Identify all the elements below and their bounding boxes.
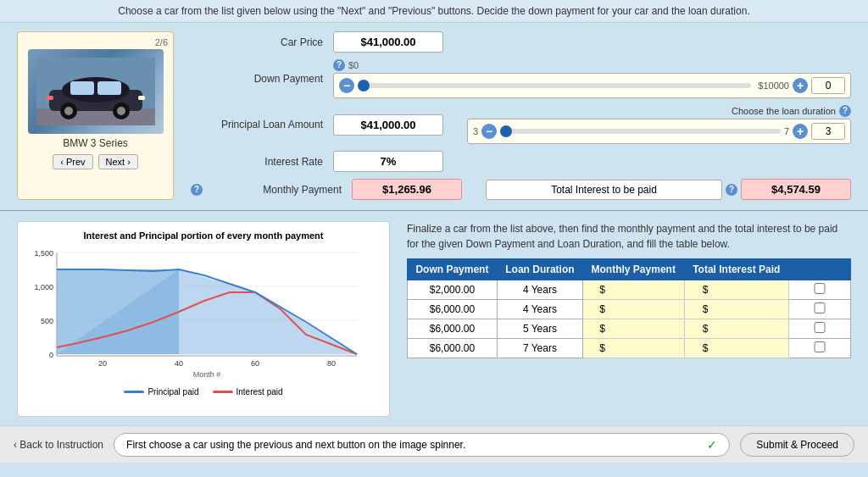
monthly-input[interactable]: [608, 323, 667, 335]
loan-duration-input[interactable]: 3: [811, 123, 845, 140]
down-payment-min: $0: [348, 60, 359, 70]
cell-checkbox[interactable]: [789, 319, 851, 339]
prev-button[interactable]: ‹ Prev: [53, 154, 92, 169]
cell-down-payment: $6,000.00: [408, 339, 498, 358]
car-counter: 2/6: [155, 37, 168, 47]
car-price-label: Car Price: [191, 36, 326, 48]
svg-rect-10: [138, 96, 145, 100]
cell-total[interactable]: $: [684, 339, 789, 358]
main-area: 2/6: [0, 23, 868, 425]
col-total-interest: Total Interest Paid: [684, 259, 789, 280]
cell-checkbox[interactable]: [789, 300, 851, 319]
down-payment-slider-track[interactable]: [358, 83, 751, 88]
total-interest-info-icon[interactable]: ?: [726, 184, 737, 196]
table-row: $6,000.00 5 Years $ $: [408, 319, 851, 339]
table-row: $6,000.00 4 Years $ $: [408, 300, 851, 319]
loan-duration-header: Choose the loan duration: [732, 106, 836, 116]
down-payment-label: Down Payment: [191, 73, 326, 85]
instruction-text: Choose a car from the list given below u…: [118, 5, 749, 17]
cell-loan-duration: 7 Years: [497, 339, 582, 358]
svg-point-9: [117, 107, 125, 115]
svg-text:Month #: Month #: [193, 370, 221, 379]
loan-duration-info-icon[interactable]: ?: [839, 105, 851, 117]
monthly-info-icon[interactable]: ?: [191, 184, 203, 196]
car-name: BMW 3 Series: [63, 137, 128, 149]
cell-total[interactable]: $: [684, 300, 789, 319]
chart-area: Interest and Principal portion of every …: [17, 221, 390, 417]
back-button[interactable]: ‹ Back to Instruction: [14, 439, 103, 451]
svg-text:80: 80: [327, 359, 336, 368]
total-input[interactable]: [711, 323, 771, 335]
col-down-payment: Down Payment: [408, 259, 498, 280]
principal-row: Principal Loan Amount $41,000.00 Choose …: [191, 105, 851, 144]
col-loan-duration: Loan Duration: [497, 259, 582, 280]
section-divider: [0, 210, 868, 211]
data-table: Down Payment Loan Duration Monthly Payme…: [407, 258, 851, 358]
down-payment-increase-btn[interactable]: +: [793, 78, 808, 93]
svg-text:1,500: 1,500: [34, 249, 53, 258]
row-checkbox[interactable]: [794, 283, 845, 294]
car-spinner: 2/6: [17, 31, 174, 200]
monthly-payment-value: $1,265.96: [352, 179, 462, 200]
chart-svg: 1,500 1,000 500 0 20 40 60 80 Month #: [26, 246, 365, 381]
table-row: $6,000.00 7 Years $ $: [408, 339, 851, 358]
instruction-input-text: First choose a car using the previous an…: [126, 439, 465, 451]
svg-rect-4: [70, 81, 94, 95]
row-checkbox[interactable]: [794, 341, 845, 352]
svg-text:20: 20: [98, 359, 107, 368]
form-area: Car Price $41,000.00 Down Payment ? $0 −: [191, 31, 851, 200]
loan-increase-btn[interactable]: +: [793, 124, 808, 139]
car-price-row: Car Price $41,000.00: [191, 31, 851, 53]
check-icon: ✓: [707, 438, 717, 452]
row-checkbox[interactable]: [794, 302, 845, 313]
svg-text:500: 500: [41, 317, 53, 325]
total-input[interactable]: [711, 284, 771, 296]
cell-total[interactable]: $: [684, 319, 789, 339]
row-checkbox[interactable]: [794, 322, 845, 333]
principal-label: Principal Loan Amount: [191, 119, 326, 130]
next-button[interactable]: Next ›: [98, 154, 138, 169]
monthly-input[interactable]: [608, 342, 667, 354]
principal-legend: Principal paid: [124, 387, 198, 397]
svg-text:60: 60: [251, 359, 259, 368]
svg-text:1,000: 1,000: [34, 283, 53, 291]
monthly-input[interactable]: [608, 284, 667, 296]
interest-rate-label: Interest Rate: [191, 156, 326, 168]
car-image: [28, 49, 164, 134]
cell-monthly[interactable]: $: [582, 280, 684, 300]
cell-down-payment: $6,000.00: [408, 319, 498, 339]
table-header-row: Down Payment Loan Duration Monthly Payme…: [408, 259, 851, 280]
down-payment-slider-section: ? $0 − $10000 + 0: [333, 59, 851, 98]
cell-checkbox[interactable]: [789, 339, 851, 358]
cell-loan-duration: 4 Years: [497, 300, 582, 319]
down-payment-input[interactable]: 0: [811, 77, 845, 94]
total-input[interactable]: [711, 303, 771, 315]
chart-title: Interest and Principal portion of every …: [26, 230, 381, 241]
total-prefix: $: [703, 284, 709, 296]
cell-monthly[interactable]: $: [582, 319, 684, 339]
cell-loan-duration: 4 Years: [497, 280, 582, 300]
down-payment-info-icon[interactable]: ?: [333, 59, 345, 71]
submit-button[interactable]: Submit & Proceed: [740, 433, 854, 457]
total-input[interactable]: [711, 342, 771, 354]
cell-total[interactable]: $: [684, 280, 789, 300]
col-checkbox: [789, 259, 851, 280]
interest-legend-label: Interest paid: [236, 387, 283, 397]
cell-checkbox[interactable]: [789, 280, 851, 300]
cell-monthly[interactable]: $: [582, 339, 684, 358]
car-svg: [36, 58, 155, 125]
total-prefix: $: [703, 303, 709, 315]
svg-text:0: 0: [49, 351, 53, 359]
monthly-prefix: $: [599, 284, 605, 296]
cell-down-payment: $6,000.00: [408, 300, 498, 319]
monthly-input[interactable]: [608, 303, 667, 315]
total-interest-value: $4,574.59: [741, 179, 851, 200]
loan-duration-max: 7: [784, 126, 789, 136]
finalize-text: Finalize a car from the list above, then…: [407, 221, 851, 252]
interest-rate-row: Interest Rate 7%: [191, 151, 851, 172]
instruction-input-area: First choose a car using the previous an…: [114, 433, 730, 457]
loan-slider-track[interactable]: [500, 129, 781, 134]
loan-decrease-btn[interactable]: −: [481, 124, 497, 139]
cell-monthly[interactable]: $: [582, 300, 684, 319]
down-payment-decrease-btn[interactable]: −: [339, 78, 354, 93]
